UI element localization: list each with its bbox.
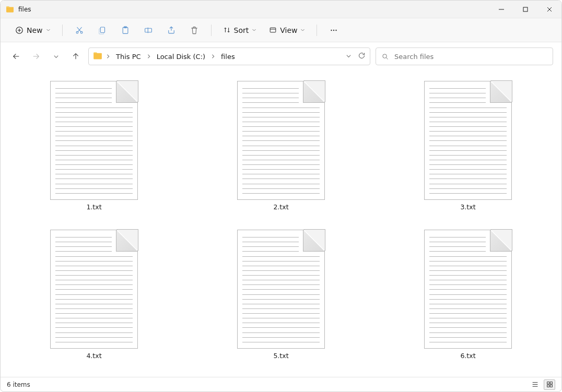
file-name: 4.txt xyxy=(86,352,101,360)
search-box[interactable] xyxy=(376,47,553,65)
svg-rect-13 xyxy=(547,382,549,384)
grid-icon xyxy=(546,381,553,388)
address-bar[interactable]: This PC Local Disk (C:) files xyxy=(88,47,370,65)
more-button[interactable] xyxy=(323,21,344,40)
file-item[interactable]: 4.txt xyxy=(16,227,172,363)
clipboard-icon xyxy=(121,26,130,35)
svg-rect-14 xyxy=(550,382,552,384)
plus-circle-icon xyxy=(15,26,24,34)
breadcrumb-item[interactable]: This PC xyxy=(114,52,143,62)
file-item[interactable]: 3.txt xyxy=(390,78,546,214)
text-file-icon xyxy=(424,81,512,200)
svg-point-2 xyxy=(76,31,78,33)
arrow-left-icon xyxy=(12,52,20,61)
svg-point-12 xyxy=(383,54,387,58)
rename-icon xyxy=(144,26,153,35)
svg-rect-0 xyxy=(523,7,528,11)
svg-point-10 xyxy=(333,29,334,30)
arrow-up-icon xyxy=(72,52,80,61)
file-name: 3.txt xyxy=(460,203,475,211)
file-name: 5.txt xyxy=(273,352,288,360)
file-name: 6.txt xyxy=(460,352,475,360)
text-file-icon xyxy=(237,81,325,200)
delete-button[interactable] xyxy=(184,21,205,40)
svg-rect-4 xyxy=(100,27,104,33)
text-file-icon xyxy=(50,81,138,200)
svg-rect-16 xyxy=(550,385,552,387)
chevron-right-icon[interactable] xyxy=(146,53,151,61)
paste-button[interactable] xyxy=(115,21,136,40)
svg-rect-15 xyxy=(547,385,549,387)
breadcrumb-item[interactable]: files xyxy=(219,52,237,62)
recent-button[interactable] xyxy=(49,49,63,64)
minimize-button[interactable] xyxy=(489,1,513,18)
text-file-icon xyxy=(424,230,512,349)
refresh-icon xyxy=(358,52,366,60)
svg-point-9 xyxy=(331,29,332,30)
text-file-icon xyxy=(237,230,325,349)
list-icon xyxy=(532,381,538,388)
up-button[interactable] xyxy=(68,49,83,64)
separator xyxy=(211,25,212,36)
chevron-down-icon xyxy=(346,53,352,59)
view-icon xyxy=(269,26,277,34)
sort-button[interactable]: Sort xyxy=(218,24,262,37)
svg-rect-5 xyxy=(123,27,128,33)
folder-icon xyxy=(6,5,14,14)
scissors-icon xyxy=(75,26,84,35)
separator xyxy=(62,25,63,36)
chevron-down-icon xyxy=(53,54,59,60)
file-item[interactable]: 2.txt xyxy=(203,78,359,214)
file-explorer-window: files New xyxy=(0,0,562,392)
separator xyxy=(317,25,317,36)
file-item[interactable]: 1.txt xyxy=(16,78,172,214)
forward-button[interactable] xyxy=(29,49,43,64)
share-button[interactable] xyxy=(161,21,182,40)
refresh-button[interactable] xyxy=(358,52,366,61)
sort-icon xyxy=(223,26,231,34)
view-label: View xyxy=(280,26,297,34)
status-text: 6 items xyxy=(7,381,30,388)
copy-button[interactable] xyxy=(92,21,113,40)
file-item[interactable]: 5.txt xyxy=(203,227,359,363)
close-button[interactable] xyxy=(537,1,561,18)
svg-rect-8 xyxy=(270,28,276,32)
svg-point-3 xyxy=(80,31,83,33)
large-icons-view-toggle[interactable] xyxy=(544,379,555,390)
svg-point-11 xyxy=(336,29,337,30)
breadcrumb-item[interactable]: Local Disk (C:) xyxy=(155,52,207,62)
chevron-down-icon xyxy=(300,28,305,32)
share-icon xyxy=(167,26,176,35)
file-name: 2.txt xyxy=(273,203,288,211)
new-button[interactable]: New xyxy=(10,24,56,37)
content-area[interactable]: 1.txt2.txt3.txt4.txt5.txt6.txt xyxy=(1,67,561,377)
chevron-down-icon xyxy=(252,28,256,32)
file-name: 1.txt xyxy=(86,203,101,211)
cut-button[interactable] xyxy=(69,21,90,40)
sort-label: Sort xyxy=(234,26,249,34)
rename-button[interactable] xyxy=(138,21,159,40)
status-bar: 6 items xyxy=(1,377,561,391)
new-label: New xyxy=(27,26,43,34)
more-icon xyxy=(329,26,338,35)
titlebar: files xyxy=(1,1,561,18)
address-row: This PC Local Disk (C:) files xyxy=(1,45,561,67)
chevron-down-icon xyxy=(46,28,51,32)
details-view-toggle[interactable] xyxy=(529,379,541,390)
back-button[interactable] xyxy=(9,49,24,64)
maximize-button[interactable] xyxy=(513,1,537,18)
window-controls xyxy=(489,1,561,18)
window-title: files xyxy=(18,6,31,13)
search-input[interactable] xyxy=(394,53,547,61)
folder-icon xyxy=(93,51,102,62)
history-dropdown[interactable] xyxy=(346,53,352,61)
file-item[interactable]: 6.txt xyxy=(390,227,546,363)
view-button[interactable]: View xyxy=(264,24,310,37)
search-icon xyxy=(381,53,389,61)
trash-icon xyxy=(190,26,199,35)
file-grid: 1.txt2.txt3.txt4.txt5.txt6.txt xyxy=(16,78,546,363)
text-file-icon xyxy=(50,230,138,349)
chevron-right-icon[interactable] xyxy=(106,53,111,61)
toolbar: New Sort View xyxy=(1,18,561,42)
chevron-right-icon[interactable] xyxy=(210,53,216,61)
